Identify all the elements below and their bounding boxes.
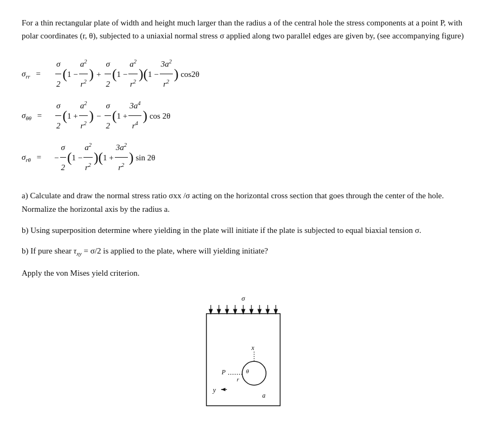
- svg-marker-2: [209, 309, 212, 314]
- svg-marker-14: [258, 309, 261, 314]
- eq-sigma-rt: σrθ = − σ 2 ( 1 − a2 r2 ) ( 1 + 3a2 r2: [22, 138, 464, 177]
- svg-text:y: y: [212, 386, 216, 394]
- part-b1: b) Using superposition determine where y…: [22, 224, 464, 237]
- svg-marker-4: [217, 309, 221, 314]
- svg-rect-19: [206, 314, 280, 406]
- figure-container: σ x: [22, 293, 464, 412]
- eq-lhs-rr: σrr =: [22, 64, 54, 84]
- intro-paragraph: For a thin rectangular plate of width an…: [22, 16, 464, 42]
- apply-criterion: Apply the von Mises yield criterion.: [22, 267, 464, 280]
- eq-lhs-tt: σθθ =: [22, 106, 54, 126]
- eq-rhs-rt: − σ 2 ( 1 − a2 r2 ) ( 1 + 3a2 r2 ) sin 2…: [54, 138, 155, 177]
- svg-text:x: x: [251, 344, 255, 352]
- svg-marker-8: [234, 309, 237, 314]
- part-a: a) Calculate and draw the normal stress …: [22, 189, 464, 216]
- svg-text:θ: θ: [246, 368, 249, 374]
- eq-sigma-rr: σrr = σ 2 ( 1 − a2 r2 ) + σ 2: [22, 54, 464, 94]
- svg-text:a: a: [262, 392, 265, 399]
- eq-rhs-rr: σ 2 ( 1 − a2 r2 ) + σ 2 ( 1 − a2 r2: [54, 54, 199, 94]
- equations-block: σrr = σ 2 ( 1 − a2 r2 ) + σ 2: [22, 54, 464, 177]
- parts-block: a) Calculate and draw the normal stress …: [22, 189, 464, 280]
- svg-marker-18: [274, 309, 277, 314]
- svg-text:σ: σ: [241, 294, 245, 302]
- svg-marker-6: [225, 309, 229, 314]
- svg-text:P: P: [221, 368, 226, 376]
- eq-sigma-tt: σθθ = σ 2 ( 1 + a2 r2 ) − σ 2: [22, 96, 464, 135]
- svg-marker-27: [221, 388, 225, 391]
- part-b2: b) If pure shear τxy = σ/2 is applied to…: [22, 244, 464, 259]
- svg-marker-12: [250, 309, 253, 314]
- eq-rhs-tt: σ 2 ( 1 + a2 r2 ) − σ 2 ( 1 + 3a4 r4: [54, 96, 170, 135]
- figure-svg: σ x: [167, 293, 319, 412]
- svg-marker-16: [266, 309, 269, 314]
- svg-marker-10: [242, 309, 245, 314]
- eq-lhs-rt: σrθ =: [22, 147, 54, 167]
- svg-text:r: r: [237, 376, 239, 382]
